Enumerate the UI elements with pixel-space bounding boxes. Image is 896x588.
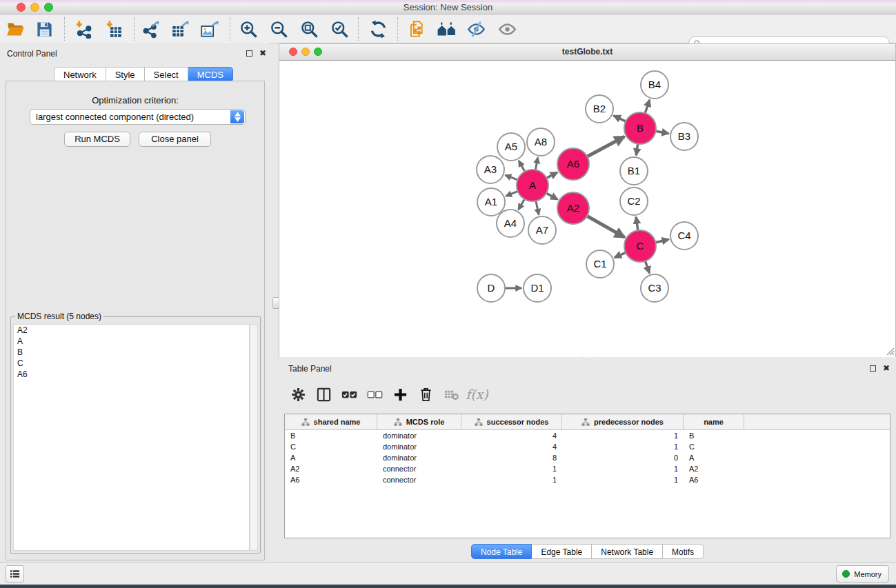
table-row[interactable]: Cdominator41C xyxy=(285,441,890,452)
tab-node-table[interactable]: Node Table xyxy=(471,544,532,559)
graph-node-label: C4 xyxy=(677,230,690,241)
select-all-columns-icon[interactable] xyxy=(337,383,362,405)
table-body: Bdominator41BCdominator41CAdominator80AA… xyxy=(285,430,890,485)
toolbar-separator xyxy=(134,17,135,41)
table-cell: A2 xyxy=(684,463,744,474)
tab-network-table[interactable]: Network Table xyxy=(592,544,663,559)
tab-style[interactable]: Style xyxy=(106,67,145,82)
table-row[interactable]: A6connector11A6 xyxy=(285,474,890,485)
column-header-shared-name[interactable]: shared name xyxy=(285,414,377,429)
optimization-criterion-label: Optimization criterion: xyxy=(6,95,264,105)
column-header-name[interactable]: name xyxy=(684,414,744,429)
node-table: shared nameMCDS rolesuccessor nodesprede… xyxy=(284,414,890,538)
graph-node-label: D1 xyxy=(530,282,544,294)
select-stepper-icon xyxy=(230,110,244,123)
close-panel-icon[interactable]: ✖ xyxy=(259,48,266,58)
open-session-icon[interactable] xyxy=(3,17,27,41)
mcds-result-item[interactable]: A xyxy=(14,336,249,347)
table-cell: dominator xyxy=(377,452,461,463)
table-row[interactable]: Adominator80A xyxy=(285,452,890,463)
graph-node-label: A6 xyxy=(567,158,579,170)
mcds-result-item[interactable]: C xyxy=(14,358,249,369)
table-cell: 1 xyxy=(562,463,684,474)
table-cell: dominator xyxy=(377,441,461,452)
column-header-MCDS-role[interactable]: MCDS role xyxy=(377,414,461,429)
table-cell: A6 xyxy=(684,474,744,485)
table-cell: 1 xyxy=(461,474,562,485)
zoom-out-icon[interactable] xyxy=(267,17,290,41)
table-cell: 4 xyxy=(461,441,562,452)
export-image-icon[interactable] xyxy=(197,17,221,41)
deselect-all-columns-icon[interactable] xyxy=(362,383,388,405)
control-panel-title: Control Panel xyxy=(7,49,57,59)
graph-node-label: A8 xyxy=(535,136,547,148)
hierarchy-icon xyxy=(301,418,310,427)
memory-button[interactable]: Memory xyxy=(836,565,889,582)
add-column-icon[interactable] xyxy=(388,383,413,405)
hide-details-eye-slash-icon[interactable] xyxy=(464,17,488,41)
float-panel-icon[interactable] xyxy=(246,50,252,57)
tab-select[interactable]: Select xyxy=(145,67,188,82)
table-row[interactable]: A2connector11A2 xyxy=(285,463,890,474)
apply-layout-icon[interactable] xyxy=(366,17,390,41)
close-panel-button[interactable]: Close panel xyxy=(139,132,211,147)
mcds-result-item[interactable]: A6 xyxy=(14,369,249,380)
table-row[interactable]: Bdominator41B xyxy=(285,430,890,441)
zoom-in-icon[interactable] xyxy=(237,17,260,41)
mcds-result-list: A2ABCA6 xyxy=(13,324,250,551)
table-panel-header: Table Panel ✖ xyxy=(279,358,896,377)
home-icon[interactable] xyxy=(435,17,458,41)
mcds-result-item[interactable]: A2 xyxy=(14,325,249,336)
graph-node-label: B4 xyxy=(648,79,661,90)
graph-node-label: A5 xyxy=(505,141,517,152)
save-session-icon[interactable] xyxy=(32,17,56,41)
column-header-predecessor-nodes[interactable]: predecessor nodes xyxy=(562,414,684,429)
tab-mcds[interactable]: MCDS xyxy=(188,67,233,82)
export-table-icon[interactable] xyxy=(168,17,192,41)
window-resize-grip[interactable] xyxy=(886,347,895,356)
graph-node-label: B2 xyxy=(593,103,606,114)
import-table-icon[interactable] xyxy=(101,17,125,41)
mcds-result-item[interactable]: B xyxy=(14,347,249,358)
table-cell: 1 xyxy=(461,463,562,474)
task-history-button[interactable] xyxy=(6,565,24,582)
zoom-fit-icon[interactable] xyxy=(297,17,321,41)
desktop-wallpaper-strip xyxy=(0,585,896,588)
graph-node-label: C2 xyxy=(627,195,640,207)
new-network-icon[interactable] xyxy=(406,17,429,41)
run-mcds-button[interactable]: Run MCDS xyxy=(64,132,130,147)
mcds-list-scrollbar[interactable] xyxy=(250,324,258,551)
hierarchy-icon xyxy=(581,418,590,427)
memory-status-icon xyxy=(842,570,850,578)
settings-gear-icon[interactable] xyxy=(286,383,311,405)
table-toolbar: f(x) xyxy=(286,383,490,406)
application-window: Session: New Session xyxy=(0,0,896,588)
tab-network[interactable]: Network xyxy=(54,67,106,82)
close-table-panel-icon[interactable]: ✖ xyxy=(883,363,890,373)
table-tabs: Node TableEdge TableNetwork TableMotifs xyxy=(279,544,896,559)
delete-column-icon[interactable] xyxy=(413,383,439,405)
function-builder-icon[interactable]: f(x) xyxy=(464,383,490,405)
table-cell: dominator xyxy=(377,430,461,441)
export-network-icon[interactable] xyxy=(139,17,163,41)
mcds-panel: Optimization criterion: largest connecte… xyxy=(6,81,265,560)
table-cell: A xyxy=(684,452,744,463)
column-header-successor-nodes[interactable]: successor nodes xyxy=(461,414,562,429)
zoom-selected-icon[interactable] xyxy=(328,17,351,41)
show-details-eye-icon[interactable] xyxy=(495,17,519,41)
network-window-titlebar[interactable]: testGlobe.txt xyxy=(279,44,895,61)
float-table-panel-icon[interactable] xyxy=(870,365,876,372)
import-network-icon[interactable] xyxy=(71,17,94,41)
delete-table-icon[interactable] xyxy=(439,383,464,405)
table-cell: B xyxy=(684,430,744,441)
window-titlebar[interactable]: Session: New Session xyxy=(0,0,896,14)
tab-motifs[interactable]: Motifs xyxy=(663,544,704,559)
toolbar-separator xyxy=(358,17,359,41)
network-canvas[interactable]: AA1A2A3A4A5A6A7A8BB1B2B3B4CC1C2C3C4DD1 xyxy=(279,60,895,357)
tab-edge-table[interactable]: Edge Table xyxy=(532,544,592,559)
memory-label: Memory xyxy=(854,570,882,578)
show-column-panel-icon[interactable] xyxy=(311,383,337,405)
graph-node-label: B1 xyxy=(628,165,640,176)
control-panel: Control Panel ✖ NetworkStyleSelectMCDS O… xyxy=(0,43,269,562)
criterion-select[interactable]: largest connected component (directed) xyxy=(30,109,246,125)
